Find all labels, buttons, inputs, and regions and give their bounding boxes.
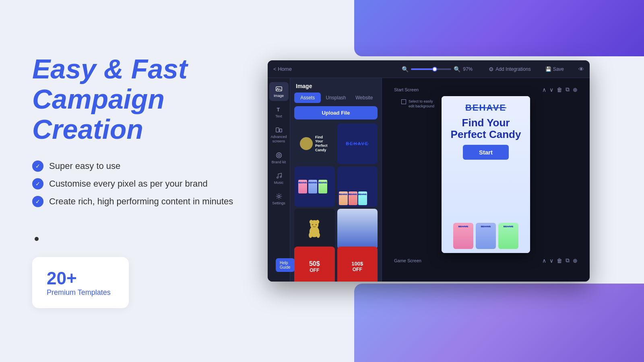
gummy-bear-svg: [305, 218, 323, 239]
zoom-out-icon[interactable]: 🔍: [402, 66, 409, 72]
canvas-area: Start Screen ∧ ∨ 🗑 ⧉ ⊕ Select to easily …: [382, 78, 590, 282]
tab-website[interactable]: Website: [351, 93, 378, 103]
bullet-dot: [35, 237, 39, 241]
asset-item-8[interactable]: 100$ OFF: [337, 247, 378, 282]
background-select-row: Select to easily edit background: [401, 99, 437, 109]
svg-point-10: [316, 220, 320, 224]
svg-point-7: [278, 195, 280, 197]
zoom-percent: 97%: [463, 66, 473, 72]
svg-point-5: [276, 152, 281, 158]
candy-brand: BEHAVE: [465, 103, 506, 113]
app-window: < Home 🔍 🔍 97% ⚙ Add Integrations 💾 Save…: [268, 60, 590, 282]
asset-item-2[interactable]: BEHAVE: [337, 123, 378, 164]
svg-rect-3: [276, 128, 279, 132]
bg-gradient-top: [354, 0, 644, 56]
canvas-frame-wrapper: Select to easily edit background BEHAVE …: [442, 96, 530, 253]
check-icon-1: ✓: [32, 160, 43, 172]
sidebar-item-image[interactable]: Image: [269, 82, 289, 101]
tab-assets[interactable]: Assets: [294, 93, 321, 103]
toolbar-back-home[interactable]: < Home: [273, 66, 292, 72]
feature-item-3: ✓ Create rich, high performing content i…: [32, 196, 294, 207]
stats-box: 20+ Premium Templates: [32, 257, 129, 308]
feature-item-1: ✓ Super easy to use: [32, 160, 294, 172]
svg-text:T: T: [277, 107, 280, 113]
game-screen-controls: ∧ ∨ 🗑 ⧉ ⊕: [542, 257, 578, 264]
music-icon: [275, 172, 283, 179]
product-bag-pink: BEHAVE: [453, 223, 473, 249]
save-button[interactable]: 💾 Save: [545, 66, 564, 72]
svg-point-9: [310, 220, 313, 224]
text-icon: T: [275, 106, 283, 113]
advanced-screens-icon: [275, 126, 283, 134]
sidebar-icons: Image T Text Advanced screens: [268, 78, 290, 282]
candy-start-button[interactable]: Start: [463, 145, 509, 160]
svg-point-13: [316, 232, 320, 238]
svg-point-15: [316, 224, 317, 225]
check-icon-3: ✓: [32, 196, 43, 207]
product-bag-green: BEHAVE: [498, 223, 518, 249]
screen-delete-icon[interactable]: 🗑: [557, 86, 562, 93]
svg-rect-4: [279, 129, 281, 132]
asset-item-5[interactable]: [294, 209, 335, 249]
panel-title: Image: [290, 78, 382, 93]
bg-gradient-bottom: [354, 284, 644, 362]
sidebar-item-brand-kit[interactable]: Brand kit: [269, 148, 289, 167]
screen-add-icon[interactable]: ⊕: [573, 86, 578, 93]
toolbar-zoom: 🔍 🔍 97%: [402, 66, 473, 72]
asset-item-3[interactable]: BEHAVE BEHAVE BEHAVE: [294, 167, 335, 207]
start-screen-controls: ∧ ∨ 🗑 ⧉ ⊕: [542, 86, 578, 93]
upload-file-button[interactable]: Upload File: [294, 106, 378, 119]
left-panel: Easy & Fast Campaign Creation ✓ Super ea…: [32, 0, 294, 362]
sidebar-item-settings[interactable]: Settings: [269, 189, 289, 208]
main-title: Easy & Fast Campaign Creation: [32, 54, 294, 144]
settings-icon: [275, 193, 283, 200]
game-screen-label: Game Screen: [394, 258, 421, 263]
image-icon: [275, 85, 283, 93]
game-screen-header: Game Screen ∧ ∨ 🗑 ⧉ ⊕: [390, 257, 582, 264]
tab-unsplash[interactable]: Unsplash: [322, 93, 349, 103]
asset-item-1[interactable]: Find Your Perfect Candy: [294, 123, 335, 164]
assets-panel: Image Assets Unsplash Website Upload Fil…: [290, 78, 382, 282]
game-add-icon[interactable]: ⊕: [573, 257, 578, 264]
sidebar-item-advanced[interactable]: Advanced screens: [269, 123, 289, 147]
product-bag-blue: BEHAVE: [476, 223, 496, 249]
svg-point-6: [278, 154, 280, 156]
game-chevron-up[interactable]: ∧: [542, 257, 546, 264]
sidebar-item-music[interactable]: Music: [269, 169, 289, 188]
candy-screen: BEHAVE Find Your Perfect Candy Start BEH…: [442, 96, 530, 253]
brand-kit-icon: [275, 152, 283, 159]
zoom-in-icon[interactable]: 🔍: [454, 66, 460, 72]
add-integrations-button[interactable]: ⚙ Add Integrations: [489, 66, 530, 72]
background-checkbox[interactable]: [401, 99, 406, 104]
asset-item-6[interactable]: [337, 209, 378, 249]
canvas-frame[interactable]: BEHAVE Find Your Perfect Candy Start BEH…: [442, 96, 530, 253]
screen-chevron-down[interactable]: ∨: [549, 86, 553, 93]
svg-point-12: [309, 232, 312, 238]
sidebar-item-text[interactable]: T Text: [269, 103, 289, 121]
game-chevron-down[interactable]: ∨: [549, 257, 553, 264]
candy-products: BEHAVE BEHAVE BEHAVE: [442, 223, 530, 249]
start-screen-label: Start Screen: [394, 87, 419, 92]
app-toolbar: < Home 🔍 🔍 97% ⚙ Add Integrations 💾 Save…: [268, 60, 590, 78]
start-screen-header: Start Screen ∧ ∨ 🗑 ⧉ ⊕: [390, 86, 582, 93]
screen-duplicate-icon[interactable]: ⧉: [566, 86, 570, 93]
panel-tabs: Assets Unsplash Website: [290, 93, 382, 103]
game-duplicate-icon[interactable]: ⧉: [566, 257, 570, 264]
zoom-slider[interactable]: [411, 68, 451, 70]
stats-number: 20+: [47, 268, 114, 288]
candy-title: Find Your Perfect Candy: [451, 117, 521, 140]
game-delete-icon[interactable]: 🗑: [557, 257, 562, 264]
screen-chevron-up[interactable]: ∧: [542, 86, 546, 93]
app-body: Image T Text Advanced screens: [268, 78, 590, 282]
feature-item-2: ✓ Customise every pixel as per your bran…: [32, 178, 294, 189]
asset-item-7[interactable]: 50$ OFF: [294, 247, 335, 282]
help-guide-button[interactable]: Help Guide: [276, 258, 295, 272]
preview-button[interactable]: 👁: [578, 66, 584, 72]
stats-label: Premium Templates: [47, 288, 114, 297]
asset-item-4[interactable]: BEHAVE BEHAVE BEHAVE: [337, 167, 378, 207]
features-list: ✓ Super easy to use ✓ Customise every pi…: [32, 160, 294, 214]
assets-grid: Find Your Perfect Candy BEHAVE BEHAVE: [290, 123, 382, 282]
check-icon-2: ✓: [32, 178, 43, 189]
svg-point-14: [312, 224, 313, 225]
